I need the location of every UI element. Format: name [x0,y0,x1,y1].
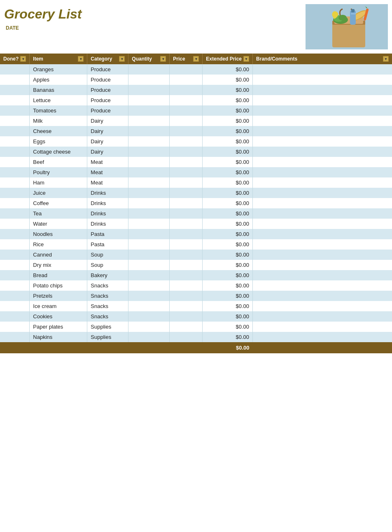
cell-done [0,105,30,116]
cell-item: Ham [30,177,87,188]
cell-item: Cheese [30,126,87,136]
cell-extended_price: $0.00 [203,332,253,342]
cell-category: Produce [87,85,128,95]
cell-brand [253,311,392,322]
cell-quantity [128,250,170,260]
cell-item: Pretzels [30,291,87,301]
cell-brand [253,157,392,167]
done-dropdown[interactable]: ▼ [20,56,26,62]
cell-category: Produce [87,64,128,75]
grocery-image [306,4,388,49]
cell-category: Supplies [87,322,128,332]
cell-price [170,198,203,208]
cell-done [0,64,30,75]
cell-price [170,291,203,301]
price-dropdown[interactable]: ▼ [193,56,199,62]
svg-rect-12 [351,13,356,14]
cell-quantity [128,95,170,105]
cell-item: Apples [30,75,87,85]
cell-extended_price: $0.00 [203,157,253,167]
svg-rect-10 [350,10,356,25]
cell-item: Cottage cheese [30,147,87,157]
cell-brand [253,219,392,229]
cell-category: Produce [87,75,128,85]
cell-category: Soup [87,260,128,270]
header: Grocery List DATE [0,0,392,49]
cell-category: Produce [87,105,128,116]
cell-quantity [128,229,170,239]
cell-extended_price: $0.00 [203,116,253,126]
cell-extended_price: $0.00 [203,105,253,116]
cell-quantity [128,147,170,157]
table-row: Potato chipsSnacks$0.00 [0,280,392,291]
th-extended-price: Extended Price ▼ [203,54,253,64]
cell-brand [253,198,392,208]
cell-done [0,291,30,301]
cell-extended_price: $0.00 [203,126,253,136]
cell-price [170,167,203,177]
extended-price-dropdown[interactable]: ▼ [243,56,249,62]
cell-price [170,75,203,85]
cell-item: Ice cream [30,301,87,311]
table-row: BeefMeat$0.00 [0,157,392,167]
cell-price [170,260,203,270]
cell-category: Snacks [87,311,128,322]
cell-brand [253,85,392,95]
cell-price [170,95,203,105]
th-category: Category ▼ [87,54,128,64]
table-row: Ice creamSnacks$0.00 [0,301,392,311]
table-row: EggsDairy$0.00 [0,136,392,147]
category-dropdown[interactable]: ▼ [119,56,125,62]
cell-category: Meat [87,167,128,177]
cell-quantity [128,280,170,291]
cell-extended_price: $0.00 [203,177,253,188]
table-body: OrangesProduce$0.00ApplesProduce$0.00Ban… [0,64,392,342]
cell-category: Drinks [87,208,128,219]
cell-item: Lettuce [30,95,87,105]
cell-extended_price: $0.00 [203,167,253,177]
table-row: RicePasta$0.00 [0,239,392,250]
cell-category: Bakery [87,270,128,280]
table-row: CoffeeDrinks$0.00 [0,198,392,208]
table-row: PoultryMeat$0.00 [0,167,392,177]
cell-done [0,157,30,167]
app-title: Grocery List [4,7,82,22]
cell-brand [253,126,392,136]
cell-price [170,250,203,260]
cell-brand [253,177,392,188]
cell-price [170,239,203,250]
header-row: Done? ▼ Item ▼ Category ▼ Quantity [0,54,392,64]
cell-extended_price: $0.00 [203,229,253,239]
cell-extended_price: $0.00 [203,188,253,198]
cell-category: Drinks [87,198,128,208]
cell-quantity [128,198,170,208]
brand-dropdown[interactable]: ▼ [383,56,389,62]
cell-price [170,136,203,147]
cell-extended_price: $0.00 [203,311,253,322]
cell-price [170,280,203,291]
cell-done [0,229,30,239]
item-dropdown[interactable]: ▼ [78,56,84,62]
cell-done [0,250,30,260]
cell-category: Pasta [87,229,128,239]
cell-done [0,167,30,177]
cell-brand [253,250,392,260]
cell-quantity [128,291,170,301]
cell-item: Tomatoes [30,105,87,116]
table-row: BananasProduce$0.00 [0,85,392,95]
footer-row: $0.00 [0,342,392,353]
cell-extended_price: $0.00 [203,95,253,105]
cell-price [170,219,203,229]
grocery-bag-svg [306,4,388,49]
cell-quantity [128,239,170,250]
cell-brand [253,332,392,342]
cell-done [0,280,30,291]
cell-quantity [128,116,170,126]
cell-done [0,147,30,157]
quantity-dropdown[interactable]: ▼ [160,56,166,62]
cell-brand [253,301,392,311]
cell-quantity [128,311,170,322]
cell-brand [253,147,392,157]
cell-quantity [128,322,170,332]
cell-done [0,126,30,136]
